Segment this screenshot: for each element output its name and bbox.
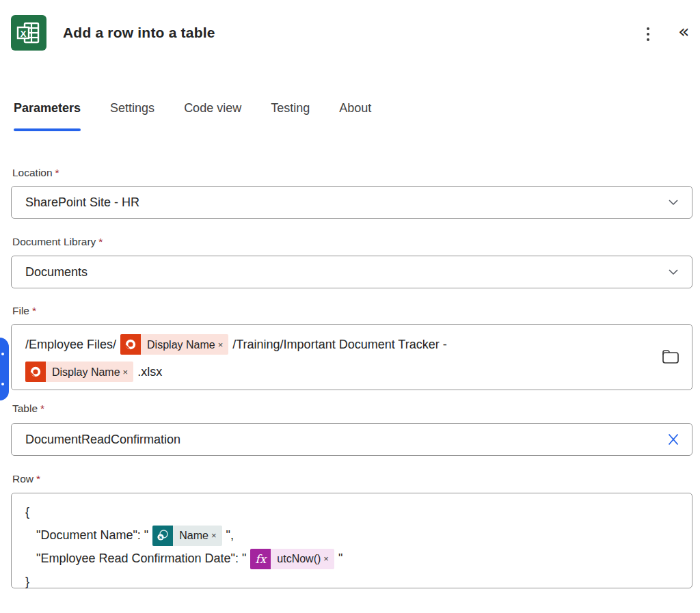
file-path-text: /Training/Important Document Tracker - xyxy=(232,338,446,351)
office-logo-icon xyxy=(25,362,46,382)
tab-bar: Parameters Settings Code view Testing Ab… xyxy=(14,101,371,120)
office-logo-icon xyxy=(120,334,141,355)
tab-about[interactable]: About xyxy=(339,101,371,120)
remove-token-icon[interactable]: × xyxy=(123,359,134,385)
excel-icon: X xyxy=(16,20,42,46)
tab-testing[interactable]: Testing xyxy=(271,101,310,120)
more-options-button[interactable] xyxy=(640,25,656,44)
table-input[interactable]: DocumentReadConfirmation xyxy=(11,423,692,456)
required-asterisk: * xyxy=(32,305,36,316)
file-label: File* xyxy=(12,305,36,317)
svg-text:s: s xyxy=(159,534,163,541)
table-label: Table* xyxy=(12,403,44,415)
edge-flyout-button[interactable] xyxy=(0,338,9,400)
dynamic-token-name[interactable]: sName× xyxy=(152,526,221,546)
location-label: Location* xyxy=(12,167,59,179)
file-input[interactable]: /Employee Files/Display Name×/Training/I… xyxy=(11,324,692,390)
document-library-value: Documents xyxy=(25,265,666,280)
required-asterisk: * xyxy=(98,236,103,247)
dynamic-token-display-name[interactable]: Display Name× xyxy=(25,362,133,382)
excel-app-icon: X xyxy=(11,15,46,51)
clear-value-icon[interactable] xyxy=(666,432,681,447)
file-value: /Employee Files/Display Name×/Training/I… xyxy=(25,325,660,390)
row-json-line-document-name: "Document Name": "sName×", xyxy=(25,523,342,547)
location-dropdown[interactable]: SharePoint Site - HR xyxy=(11,186,692,219)
file-path-text: /Employee Files/ xyxy=(25,338,116,351)
remove-token-icon[interactable]: × xyxy=(323,547,334,571)
location-value: SharePoint Site - HR xyxy=(25,195,666,210)
row-json-close-brace: } xyxy=(25,570,342,593)
tab-parameters[interactable]: Parameters xyxy=(14,101,81,120)
file-extension-text: .xlsx xyxy=(137,365,162,379)
row-input[interactable]: { "Document Name": "sName×", "Employee R… xyxy=(11,493,692,588)
collapse-panel-button[interactable]: « xyxy=(678,21,690,42)
table-value: DocumentReadConfirmation xyxy=(25,433,666,447)
fx-function-icon: fx xyxy=(250,549,271,569)
row-json-line-confirmation-date: "Employee Read Confirmation Date": "fxut… xyxy=(25,547,342,570)
required-asterisk: * xyxy=(55,167,59,178)
row-json-open-brace: { xyxy=(25,500,342,523)
tab-settings[interactable]: Settings xyxy=(110,101,154,120)
dynamic-token-display-name[interactable]: Display Name× xyxy=(120,334,228,355)
chevron-down-icon[interactable] xyxy=(666,264,681,280)
row-json-value: { "Document Name": "sName×", "Employee R… xyxy=(25,500,342,593)
sharepoint-logo-icon: s xyxy=(152,526,173,546)
required-asterisk: * xyxy=(36,473,40,485)
expression-token-utcnow[interactable]: fxutcNow()× xyxy=(250,549,334,569)
tab-code-view[interactable]: Code view xyxy=(184,101,241,120)
remove-token-icon[interactable]: × xyxy=(211,524,222,547)
svg-text:X: X xyxy=(21,29,27,39)
required-asterisk: * xyxy=(40,403,44,414)
chevron-down-icon[interactable] xyxy=(666,195,681,210)
row-label: Row* xyxy=(12,473,40,485)
remove-token-icon[interactable]: × xyxy=(218,331,229,358)
browse-folder-icon[interactable] xyxy=(660,348,681,367)
page-title: Add a row into a table xyxy=(63,25,215,41)
document-library-label: Document Library* xyxy=(12,236,103,248)
document-library-dropdown[interactable]: Documents xyxy=(11,256,692,288)
